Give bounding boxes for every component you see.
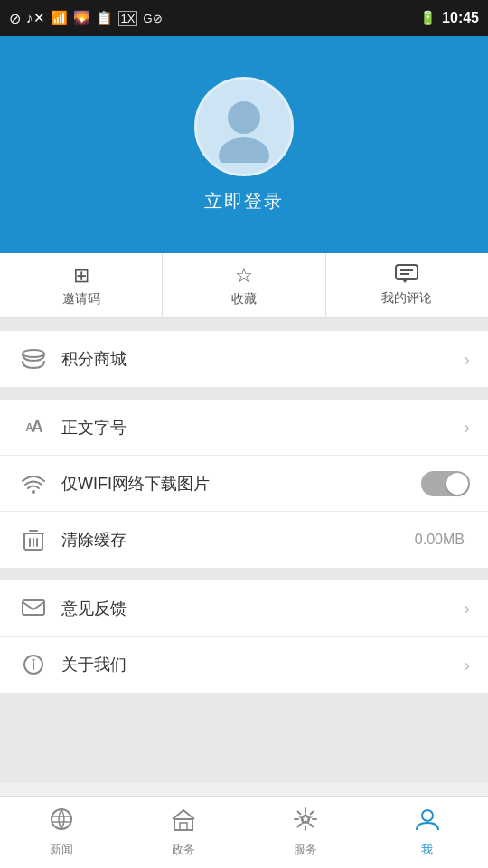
- feedback-chevron: ›: [464, 598, 470, 618]
- feedback-label: 意见反馈: [61, 598, 464, 619]
- svg-point-5: [23, 350, 44, 357]
- menu-item-wifi-only[interactable]: 仅WIFI网络下载图片: [0, 456, 488, 512]
- tab-comment[interactable]: 我的评论: [326, 253, 488, 317]
- menu-item-about[interactable]: 关于我们 ›: [0, 637, 488, 693]
- svg-point-16: [33, 659, 35, 662]
- menu-item-points-mall[interactable]: 积分商城 ›: [0, 331, 488, 387]
- divider-3: [0, 568, 488, 580]
- nav-services-label: 服务: [294, 842, 317, 858]
- avatar-image: [208, 90, 280, 163]
- about-chevron: ›: [464, 655, 470, 675]
- nav-item-news[interactable]: 新闻: [0, 797, 122, 868]
- section-points: 积分商城 ›: [0, 331, 488, 387]
- nav-politics-label: 政务: [172, 842, 195, 858]
- wifi-toggle[interactable]: [421, 471, 470, 496]
- invite-icon: ⊞: [73, 264, 89, 288]
- login-label[interactable]: 立即登录: [204, 189, 284, 213]
- nav-me-label: 我: [421, 842, 433, 858]
- points-mall-icon: [18, 348, 49, 370]
- alarm-icon: ⊘: [9, 10, 21, 27]
- bottom-nav: 新闻 政务 服务 我: [0, 796, 488, 868]
- font-size-label: 正文字号: [61, 417, 464, 439]
- top-tab-bar: ⊞ 邀请码 ☆ 收藏 我的评论: [0, 253, 488, 318]
- section-support: 意见反馈 › 关于我们 ›: [0, 580, 488, 693]
- services-icon: [293, 807, 318, 838]
- tab-comment-label: 我的评论: [381, 290, 432, 307]
- main-content: 积分商城 › AA 正文字号 › 仅WIFI网络下载图片: [0, 318, 488, 796]
- profile-header[interactable]: 立即登录: [0, 36, 488, 253]
- cache-value: 0.00MB: [415, 532, 465, 548]
- svg-rect-21: [180, 823, 187, 830]
- nav-item-me[interactable]: 我: [366, 797, 488, 868]
- nav-item-services[interactable]: 服务: [244, 797, 366, 868]
- points-mall-label: 积分商城: [61, 348, 464, 370]
- collect-icon: ☆: [235, 264, 253, 288]
- image-icon: 🌄: [73, 10, 90, 26]
- menu-item-clear-cache[interactable]: 清除缓存 0.00MB: [0, 512, 488, 568]
- toggle-knob: [446, 473, 468, 495]
- points-mall-chevron: ›: [464, 349, 470, 370]
- divider-4: [0, 693, 488, 783]
- status-left-icons: ⊘ ♪✕ 📶 🌄 📋 1X G⊘: [9, 10, 163, 27]
- divider-1: [0, 318, 488, 331]
- svg-rect-13: [23, 600, 44, 615]
- clipboard-icon: 📋: [96, 10, 113, 26]
- nav-item-politics[interactable]: 政务: [122, 797, 244, 868]
- wifi-only-label: 仅WIFI网络下载图片: [61, 473, 421, 495]
- nav-news-label: 新闻: [50, 842, 73, 858]
- svg-point-23: [422, 810, 433, 821]
- about-icon: [18, 654, 49, 675]
- signal-icon: G⊘: [143, 12, 162, 25]
- wifi-icon: 📶: [51, 10, 68, 26]
- svg-point-1: [219, 137, 269, 163]
- about-label: 关于我们: [61, 654, 464, 675]
- svg-rect-2: [396, 265, 418, 279]
- music-icon: ♪✕: [26, 10, 45, 26]
- clear-cache-label: 清除缓存: [61, 529, 415, 551]
- svg-point-17: [52, 809, 71, 829]
- comment-icon: [395, 264, 418, 287]
- feedback-icon: [18, 599, 49, 618]
- menu-item-feedback[interactable]: 意见反馈 ›: [0, 580, 488, 637]
- menu-item-font-size[interactable]: AA 正文字号 ›: [0, 400, 488, 456]
- tab-invite[interactable]: ⊞ 邀请码: [0, 253, 163, 317]
- politics-icon: [171, 807, 196, 838]
- section-settings: AA 正文字号 › 仅WIFI网络下载图片: [0, 400, 488, 568]
- tab-collect-label: 收藏: [231, 291, 257, 307]
- battery-icon: 🔋: [419, 10, 436, 26]
- time-display: 10:45: [442, 10, 479, 26]
- font-size-chevron: ›: [464, 417, 470, 438]
- divider-2: [0, 387, 488, 400]
- tab-collect[interactable]: ☆ 收藏: [163, 253, 325, 317]
- font-size-icon: AA: [18, 418, 49, 437]
- network-icon: 1X: [118, 11, 138, 26]
- status-bar: ⊘ ♪✕ 📶 🌄 📋 1X G⊘ 🔋 10:45: [0, 0, 488, 36]
- svg-point-6: [32, 490, 35, 494]
- tab-invite-label: 邀请码: [62, 291, 100, 307]
- svg-point-0: [228, 101, 260, 134]
- me-icon: [415, 807, 440, 838]
- news-icon: [49, 807, 74, 838]
- clear-cache-icon: [18, 528, 49, 552]
- svg-rect-20: [174, 819, 192, 830]
- avatar[interactable]: [194, 77, 294, 176]
- status-right: 🔋 10:45: [419, 10, 479, 26]
- wifi-only-icon: [18, 474, 49, 494]
